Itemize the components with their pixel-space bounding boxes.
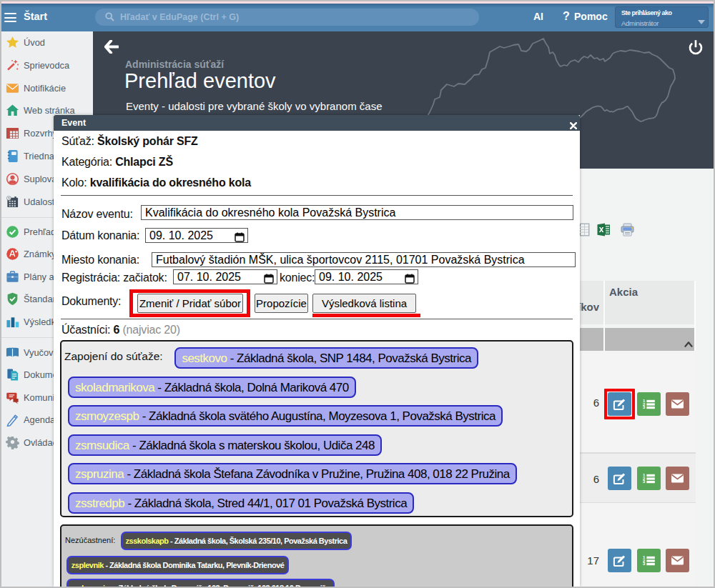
- svg-text:3: 3: [643, 562, 646, 566]
- svg-text:3: 3: [643, 405, 646, 409]
- svg-text:3: 3: [643, 479, 646, 484]
